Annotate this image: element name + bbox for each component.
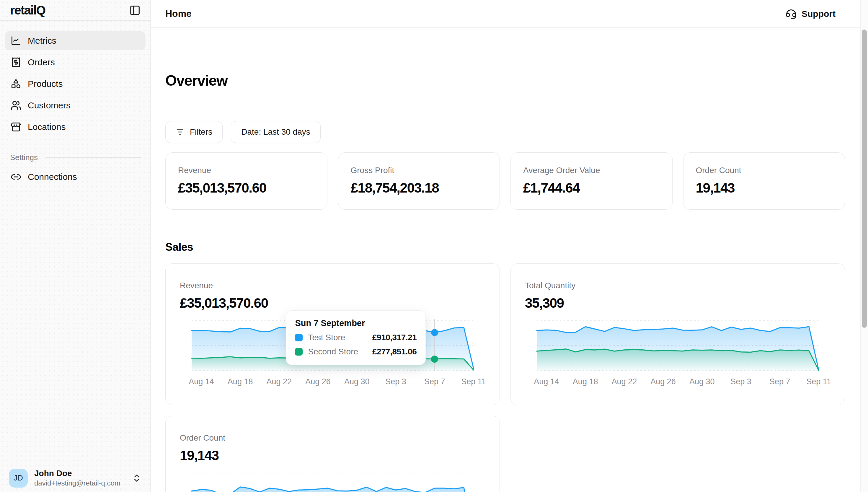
x-axis-tick: Aug 26 [305, 377, 331, 386]
users-icon [10, 100, 21, 111]
chart-title: Order Count [180, 433, 485, 443]
sidebar-item-label: Connections [28, 172, 77, 182]
filters-label: Filters [190, 127, 212, 137]
tooltip-row: Second Store£277,851.06 [295, 347, 416, 356]
order-count-chart-plot[interactable] [192, 473, 474, 492]
order-count-chart-card: Order Count 19,143 Aug 14Aug 18Aug 22Aug… [165, 416, 500, 492]
x-axis-tick: Sep 3 [731, 377, 751, 386]
metric-label: Order Count [696, 166, 833, 175]
sidebar-item-label: Metrics [28, 36, 56, 46]
chevrons-up-down-icon [132, 473, 142, 483]
metric-card-revenue: Revenue £35,013,570.60 [165, 152, 327, 210]
revenue-chart-plot[interactable]: Sun 7 SeptemberTest Store£910,317.21Seco… [192, 320, 474, 371]
x-axis: Aug 14Aug 18Aug 22Aug 26Aug 30Sep 3Sep 7… [192, 377, 474, 388]
x-axis-tick: Aug 18 [228, 377, 253, 386]
chart-total: £35,013,570.60 [180, 295, 485, 311]
x-axis-tick: Aug 22 [612, 377, 637, 386]
x-axis-tick: Sep 7 [769, 377, 790, 386]
chart-total: 35,309 [525, 295, 831, 311]
sidebar-item-products[interactable]: Products [5, 74, 146, 93]
sidebar-toggle-button[interactable] [128, 4, 142, 17]
x-axis-tick: Sep 11 [806, 377, 831, 386]
filter-lines-icon [176, 128, 184, 137]
total-quantity-chart-card: Total Quantity 35,309 Aug 14Aug 18Aug 22… [510, 264, 845, 405]
filters-button[interactable]: Filters [165, 121, 223, 143]
sidebar-item-customers[interactable]: Customers [5, 96, 146, 115]
user-email: david+testing@retail-q.com [34, 479, 121, 488]
receipt-icon [10, 57, 21, 68]
sales-charts-row: Revenue £35,013,570.60 Sun 7 SeptemberTe… [165, 264, 845, 405]
sidebar-item-metrics[interactable]: Metrics [5, 31, 146, 50]
chart-tooltip: Sun 7 SeptemberTest Store£910,317.21Seco… [286, 311, 426, 365]
top-bar: Home Support [151, 0, 868, 28]
x-axis-tick: Aug 30 [344, 377, 369, 386]
tooltip-series-value: £910,317.21 [372, 333, 416, 342]
metric-value: 19,143 [696, 180, 833, 196]
sidebar-item-label: Customers [28, 100, 71, 110]
metric-value: £1,744.64 [523, 180, 660, 196]
date-range-label: Date: Last 30 days [241, 127, 310, 137]
metric-card-average-order-value: Average Order Value £1,744.64 [510, 152, 672, 210]
main-area: Home Support Overview Filters Date: Last… [151, 0, 868, 492]
metric-label: Average Order Value [523, 166, 660, 175]
sidebar-settings-nav: Connections [0, 168, 150, 186]
sidebar-header: retailQ [0, 0, 150, 21]
date-range-button[interactable]: Date: Last 30 days [231, 121, 320, 143]
x-axis-tick: Aug 18 [573, 377, 598, 386]
chart-title: Revenue [180, 281, 485, 290]
area-chart [537, 320, 819, 371]
metric-value: £18,754,203.18 [351, 180, 487, 196]
page-title: Overview [165, 72, 845, 89]
user-name: John Doe [34, 468, 121, 478]
x-axis-tick: Aug 14 [534, 377, 559, 386]
sales-section-title: Sales [165, 241, 845, 253]
headset-icon [786, 8, 797, 19]
avatar: JD [9, 469, 28, 488]
user-meta: John Doe david+testing@retail-q.com [34, 468, 121, 487]
section-divider [46, 157, 142, 158]
metric-value: £35,013,570.60 [178, 180, 315, 196]
tooltip-series-name: Second Store [308, 347, 358, 356]
total-quantity-chart-plot[interactable] [537, 320, 819, 371]
metric-cards: Revenue £35,013,570.60 Gross Profit £18,… [165, 152, 845, 210]
store-icon [10, 122, 21, 132]
sidebar-item-connections[interactable]: Connections [5, 168, 146, 186]
sidebar-nav: Metrics Orders Products Customers Locati… [0, 21, 150, 137]
metric-card-order-count: Order Count 19,143 [683, 152, 845, 210]
revenue-chart-card: Revenue £35,013,570.60 Sun 7 SeptemberTe… [165, 264, 500, 405]
sidebar-item-label: Orders [28, 57, 55, 67]
support-button[interactable]: Support [786, 8, 836, 19]
x-axis-tick: Sep 11 [461, 377, 486, 386]
sidebar-item-label: Products [28, 79, 62, 89]
x-axis: Aug 14Aug 18Aug 22Aug 26Aug 30Sep 3Sep 7… [537, 377, 819, 388]
link-icon [10, 172, 21, 182]
tooltip-series-name: Test Store [308, 333, 345, 342]
chart-title: Total Quantity [525, 281, 831, 290]
tooltip-date: Sun 7 September [295, 318, 416, 328]
metric-card-gross-profit: Gross Profit £18,754,203.18 [338, 152, 500, 210]
panel-left-icon [129, 5, 141, 16]
series-color-chip [295, 348, 303, 355]
filter-row: Filters Date: Last 30 days [165, 121, 845, 143]
tooltip-row: Test Store£910,317.21 [295, 333, 416, 342]
scrollbar-thumb[interactable] [862, 29, 867, 328]
x-axis-tick: Aug 14 [189, 377, 214, 386]
hover-point-dot [431, 329, 438, 336]
sidebar: retailQ Metrics Orders Products Customer… [0, 0, 151, 492]
support-label: Support [801, 9, 836, 19]
x-axis-tick: Sep 7 [424, 377, 445, 386]
scrollbar-track [860, 0, 868, 492]
page-breadcrumb: Home [165, 8, 192, 19]
metric-label: Gross Profit [351, 166, 487, 175]
content-scroll-area: Overview Filters Date: Last 30 days Reve… [151, 28, 868, 492]
sidebar-item-locations[interactable]: Locations [5, 118, 146, 137]
brand-logo: retailQ [10, 3, 45, 18]
chart-line-icon [10, 35, 21, 46]
series-color-chip [295, 334, 303, 341]
sidebar-item-orders[interactable]: Orders [5, 53, 146, 72]
user-menu[interactable]: JD John Doe david+testing@retail-q.com [0, 464, 150, 492]
area-chart [192, 473, 474, 492]
shapes-icon [10, 78, 21, 89]
x-axis-tick: Aug 30 [689, 377, 715, 386]
settings-section-label: Settings [10, 153, 38, 162]
